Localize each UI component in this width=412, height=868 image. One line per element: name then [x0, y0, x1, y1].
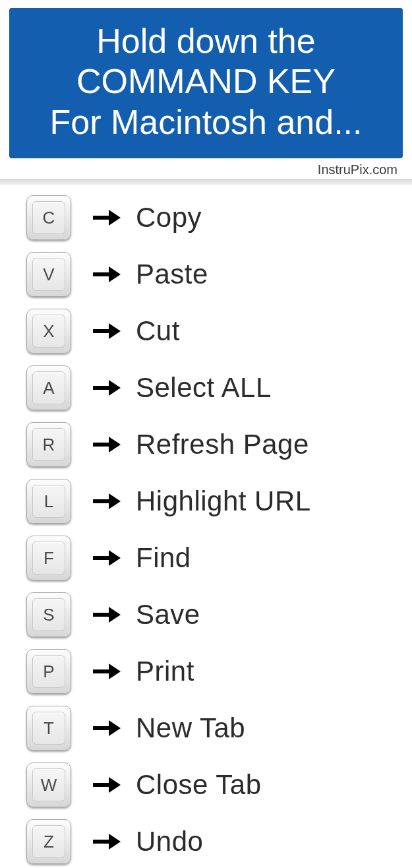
shortcut-action-label: Find [136, 542, 191, 574]
keyboard-key-letter: V [32, 258, 65, 291]
keyboard-key-letter: P [32, 655, 65, 688]
shortcut-row: L Highlight URL [26, 473, 399, 530]
shortcut-list: C CopyV PasteX CutA Select ALLR Refresh … [0, 187, 412, 868]
keyboard-key: S [26, 592, 71, 637]
arrow-right-icon [83, 776, 129, 794]
shortcut-action-label: Close Tab [136, 769, 262, 801]
arrow-right-icon [83, 435, 129, 454]
keyboard-key-letter: Z [32, 825, 65, 858]
header-line-2: COMMAND KEY [16, 61, 396, 102]
shortcut-action-label: Refresh Page [136, 429, 309, 460]
svg-marker-23 [109, 834, 121, 850]
keyboard-key-letter: L [32, 485, 65, 518]
keyboard-key: R [26, 422, 71, 467]
arrow-right-icon [83, 549, 129, 567]
shortcut-action-label: Print [136, 656, 194, 687]
keyboard-key: C [26, 195, 71, 240]
shortcut-row: X Cut [26, 303, 399, 359]
arrow-right-icon [83, 605, 129, 624]
keyboard-key: P [26, 649, 71, 694]
svg-marker-9 [109, 437, 121, 452]
shortcut-row: V Paste [26, 246, 399, 303]
shortcut-action-label: Highlight URL [136, 485, 311, 517]
svg-marker-21 [109, 777, 121, 793]
svg-marker-17 [109, 664, 121, 679]
arrow-right-icon [83, 832, 129, 851]
svg-marker-19 [109, 720, 121, 736]
keyboard-key: Z [26, 819, 71, 864]
divider [0, 179, 412, 185]
shortcut-row: T New Tab [26, 700, 399, 757]
svg-marker-1 [109, 210, 121, 226]
header-line-3: For Macintosh and... [16, 102, 396, 142]
shortcut-action-label: Save [136, 599, 200, 631]
keyboard-key: W [26, 762, 71, 807]
keyboard-key-letter: F [32, 542, 65, 574]
shortcut-action-label: New Tab [136, 712, 245, 744]
shortcut-row: S Save [26, 586, 399, 643]
arrow-right-icon [83, 322, 129, 340]
shortcut-row: Z Undo [26, 813, 399, 868]
arrow-right-icon [83, 662, 129, 681]
shortcut-row: W Close Tab [26, 757, 399, 813]
arrow-right-icon [83, 265, 129, 284]
shortcut-row: A Select ALL [26, 359, 399, 416]
keyboard-key-letter: R [32, 428, 65, 461]
shortcut-action-label: Cut [136, 315, 180, 347]
arrow-right-icon [83, 379, 129, 397]
arrow-right-icon [83, 492, 129, 511]
header-banner: Hold down the COMMAND KEY For Macintosh … [9, 8, 403, 158]
svg-marker-3 [109, 266, 121, 282]
header-line-1: Hold down the [16, 21, 396, 61]
shortcut-row: C Copy [26, 189, 399, 246]
svg-marker-11 [109, 493, 121, 509]
svg-marker-15 [109, 607, 121, 623]
keyboard-key: A [26, 365, 71, 410]
shortcut-action-label: Copy [136, 202, 202, 233]
shortcut-row: R Refresh Page [26, 416, 399, 473]
arrow-right-icon [83, 719, 129, 737]
keyboard-key: X [26, 309, 71, 354]
keyboard-key-letter: C [32, 201, 65, 234]
shortcut-action-label: Undo [136, 826, 203, 857]
shortcut-row: F Find [26, 530, 399, 586]
arrow-right-icon [83, 208, 129, 227]
keyboard-key: V [26, 252, 71, 297]
svg-marker-5 [109, 323, 121, 339]
keyboard-key-letter: T [32, 712, 65, 745]
keyboard-key-letter: W [32, 768, 65, 801]
keyboard-key: L [26, 479, 71, 524]
keyboard-key-letter: S [32, 598, 65, 631]
keyboard-key: T [26, 706, 71, 751]
svg-marker-7 [109, 380, 121, 396]
shortcut-row: P Print [26, 643, 399, 700]
attribution-text: InstruPix.com [0, 158, 412, 179]
keyboard-key-letter: A [32, 371, 65, 404]
keyboard-key: F [26, 536, 71, 580]
shortcut-action-label: Select ALL [136, 372, 272, 404]
svg-marker-13 [109, 550, 121, 566]
shortcut-action-label: Paste [136, 259, 208, 290]
keyboard-key-letter: X [32, 315, 65, 348]
